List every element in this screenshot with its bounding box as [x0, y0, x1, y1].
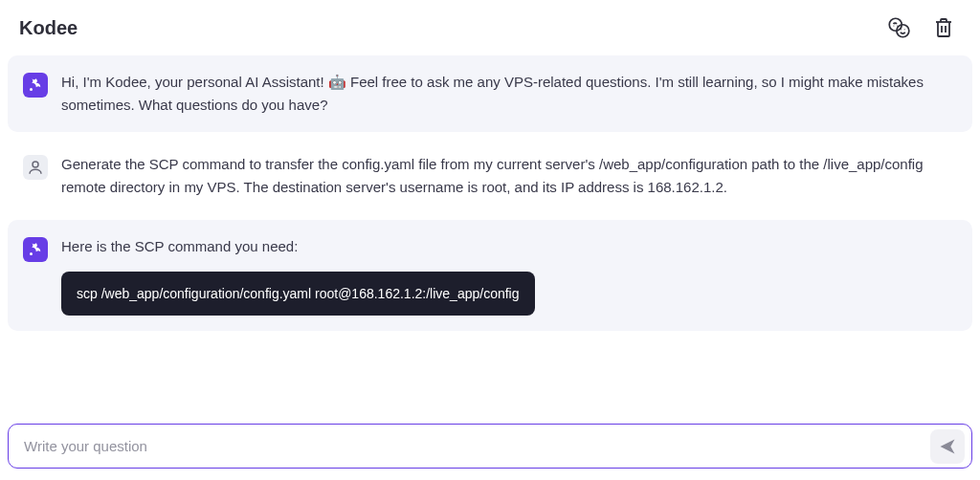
chat-header: Kodee [0, 0, 980, 50]
question-input[interactable] [8, 424, 972, 469]
send-icon [938, 437, 957, 456]
feedback-icon[interactable] [886, 15, 911, 40]
bot-avatar-icon [23, 73, 48, 98]
svg-point-4 [901, 29, 902, 30]
bot-reply-text: Here is the SCP command you need: [61, 235, 953, 258]
bot-avatar-icon [23, 237, 48, 262]
svg-point-7 [33, 162, 38, 167]
delete-icon[interactable] [932, 16, 955, 39]
user-message: Generate the SCP command to transfer the… [8, 138, 972, 214]
send-button[interactable] [930, 429, 965, 464]
app-title: Kodee [19, 17, 78, 39]
svg-point-5 [904, 29, 905, 30]
svg-point-8 [30, 252, 33, 255]
user-message-text: Generate the SCP command to transfer the… [61, 153, 953, 199]
header-actions [886, 15, 961, 40]
svg-point-6 [30, 88, 33, 91]
bot-message-body: Here is the SCP command you need: scp /w… [61, 235, 953, 316]
code-block: scp /web_app/configuration/config.yaml r… [61, 272, 535, 316]
chat-area: Hi, I'm Kodee, your personal AI Assistan… [0, 55, 980, 331]
bot-message: Hi, I'm Kodee, your personal AI Assistan… [8, 55, 972, 132]
bot-message-text: Hi, I'm Kodee, your personal AI Assistan… [61, 71, 953, 117]
user-avatar-icon [23, 155, 48, 180]
svg-point-1 [893, 26, 894, 27]
bot-message: Here is the SCP command you need: scp /w… [8, 220, 972, 331]
input-row [8, 424, 972, 469]
